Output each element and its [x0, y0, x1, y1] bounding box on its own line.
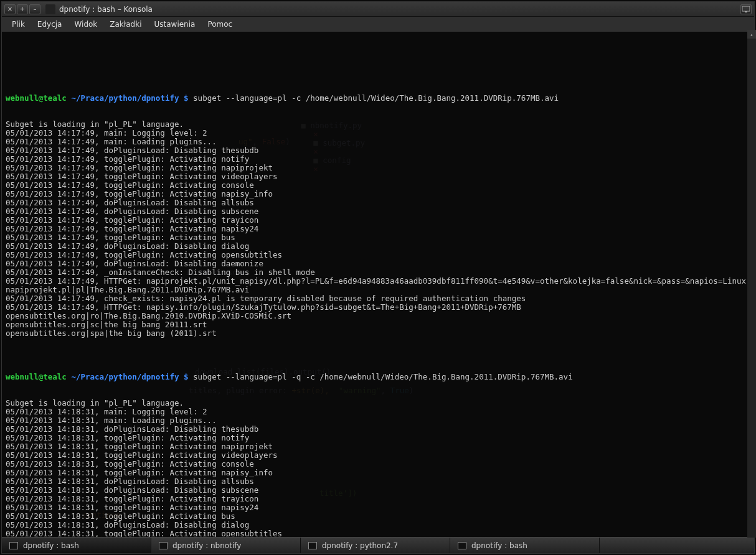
scroll-up-icon[interactable]: ▴ — [747, 30, 756, 39]
output-block-2: Subget is loading in "pl_PL" language.05… — [6, 399, 750, 537]
monitor-icon[interactable] — [740, 4, 752, 14]
output-line: 05/01/2013 14:18:31, togglePlugin: Activ… — [6, 512, 750, 521]
output-line: 05/01/2013 14:17:49, check_exists: napis… — [6, 294, 750, 303]
terminal-viewport[interactable]: ■ nbnotify.py × ■ subget.py × ■ config ×… — [2, 32, 754, 537]
svg-rect-1 — [745, 11, 747, 12]
output-line: Subget is loading in "pl_PL" language. — [6, 399, 750, 408]
output-line: 05/01/2013 14:17:49, togglePlugin: Activ… — [6, 251, 750, 259]
output-line: 05/01/2013 14:17:49, HTTPGet: napiprojek… — [6, 277, 750, 286]
output-line: 05/01/2013 14:18:31, togglePlugin: Activ… — [6, 451, 750, 460]
tab-bash-2[interactable]: dpnotify : bash — [450, 538, 600, 553]
output-line: 05/01/2013 14:17:49, togglePlugin: Activ… — [6, 225, 750, 233]
output-line: Subget is loading in "pl_PL" language. — [6, 120, 750, 129]
output-line: 05/01/2013 14:17:49, main: Loading plugi… — [6, 138, 750, 146]
output-line: opensubtitles.org|ro|The.Big.Bang.2010.D… — [6, 312, 750, 320]
app-icon — [45, 4, 55, 14]
output-line: 05/01/2013 14:17:49, togglePlugin: Activ… — [6, 181, 750, 190]
tab-label: dpnotify : python2.7 — [322, 541, 398, 550]
menu-zakladki[interactable]: Zakładki — [103, 17, 148, 31]
output-line: 05/01/2013 14:18:31, togglePlugin: Activ… — [6, 442, 750, 451]
konsole-tab-bar: dpnotify : bash dpnotify : nbnotify dpno… — [2, 537, 754, 553]
prompt-line: webnull@tealc ~/Praca/python/dpnotify $ … — [6, 94, 750, 103]
output-line: 05/01/2013 14:18:31, doPluginsLoad: Disa… — [6, 477, 750, 486]
output-line: 05/01/2013 14:18:31, doPluginsLoad: Disa… — [6, 486, 750, 495]
output-line: 05/01/2013 14:18:31, togglePlugin: Activ… — [6, 503, 750, 512]
output-line: 05/01/2013 14:17:49, _onInstanceCheck: D… — [6, 268, 750, 277]
maximize-button[interactable]: + — [17, 4, 28, 14]
output-line: 05/01/2013 14:17:49, HTTPGet: napisy.inf… — [6, 303, 750, 312]
tab-label: dpnotify : bash — [471, 541, 527, 550]
terminal-icon — [458, 542, 466, 549]
output-line: 05/01/2013 14:18:31, togglePlugin: Activ… — [6, 529, 750, 537]
svg-rect-0 — [742, 6, 750, 11]
prompt-line: webnull@tealc ~/Praca/python/dpnotify $ … — [6, 373, 750, 381]
output-line: opensubtitles.org|spa|the big bang (2011… — [6, 329, 750, 338]
output-line: 05/01/2013 14:17:49, togglePlugin: Activ… — [6, 233, 750, 242]
output-line: 05/01/2013 14:17:49, doPluginsLoad: Disa… — [6, 146, 750, 155]
output-line: 05/01/2013 14:17:49, togglePlugin: Activ… — [6, 164, 750, 172]
output-line: 05/01/2013 14:17:49, doPluginsLoad: Disa… — [6, 207, 750, 216]
output-line: 05/01/2013 14:18:31, doPluginsLoad: Disa… — [6, 425, 750, 434]
output-line: 05/01/2013 14:18:31, doPluginsLoad: Disa… — [6, 521, 750, 529]
output-line: opensubtitles.org|sc|the big bang 20111.… — [6, 320, 750, 329]
output-line: 05/01/2013 14:18:31, main: Loading plugi… — [6, 416, 750, 425]
menu-pomoc[interactable]: Pomoc — [201, 17, 239, 31]
output-line: 05/01/2013 14:18:31, togglePlugin: Activ… — [6, 495, 750, 503]
titlebar[interactable]: × + – dpnotify : bash – Konsola — [2, 2, 754, 17]
menu-widok[interactable]: Widok — [68, 17, 103, 31]
close-button[interactable]: × — [4, 4, 16, 14]
output-line: napiprojekt.pl|pl|The.Big.Bang.2011.DVDR… — [6, 286, 750, 294]
window-title: dpnotify : bash – Konsola — [59, 5, 153, 14]
output-line: 05/01/2013 14:18:31, togglePlugin: Activ… — [6, 469, 750, 477]
terminal-icon — [9, 542, 18, 549]
output-line: 05/01/2013 14:17:49, togglePlugin: Activ… — [6, 190, 750, 198]
output-line: 05/01/2013 14:17:49, doPluginsLoad: Disa… — [6, 259, 750, 268]
output-line: 05/01/2013 14:17:49, doPluginsLoad: Disa… — [6, 242, 750, 251]
tab-nbnotify[interactable]: dpnotify : nbnotify — [151, 538, 301, 553]
menubar: Plik Edycja Widok Zakładki Ustawienia Po… — [2, 17, 754, 32]
output-line: 05/01/2013 14:18:31, main: Logging level… — [6, 408, 750, 416]
output-block-1: Subget is loading in "pl_PL" language.05… — [6, 120, 750, 338]
tab-label: dpnotify : nbnotify — [172, 541, 241, 550]
output-line: 05/01/2013 14:18:31, togglePlugin: Activ… — [6, 434, 750, 442]
menu-ustawienia[interactable]: Ustawienia — [148, 17, 201, 31]
terminal-scrollbar[interactable]: ▴ — [747, 30, 756, 538]
minimize-button[interactable]: – — [29, 4, 40, 14]
menu-edycja[interactable]: Edycja — [31, 17, 69, 31]
tab-python[interactable]: dpnotify : python2.7 — [301, 538, 450, 553]
window-controls: × + – — [4, 4, 40, 14]
terminal-window: × + – dpnotify : bash – Konsola Plik Edy… — [1, 1, 755, 554]
output-line: 05/01/2013 14:17:49, togglePlugin: Activ… — [6, 155, 750, 164]
output-line: 05/01/2013 14:17:49, main: Logging level… — [6, 129, 750, 138]
tab-bash-1[interactable]: dpnotify : bash — [2, 538, 151, 553]
output-line: 05/01/2013 14:18:31, togglePlugin: Activ… — [6, 460, 750, 469]
output-line: 05/01/2013 14:17:49, doPluginsLoad: Disa… — [6, 198, 750, 207]
output-line: 05/01/2013 14:17:49, togglePlugin: Activ… — [6, 172, 750, 181]
tab-label: dpnotify : bash — [23, 541, 79, 550]
output-line: 05/01/2013 14:17:49, togglePlugin: Activ… — [6, 216, 750, 225]
menu-plik[interactable]: Plik — [6, 17, 31, 31]
terminal-icon — [308, 542, 317, 549]
terminal-icon — [159, 542, 168, 549]
